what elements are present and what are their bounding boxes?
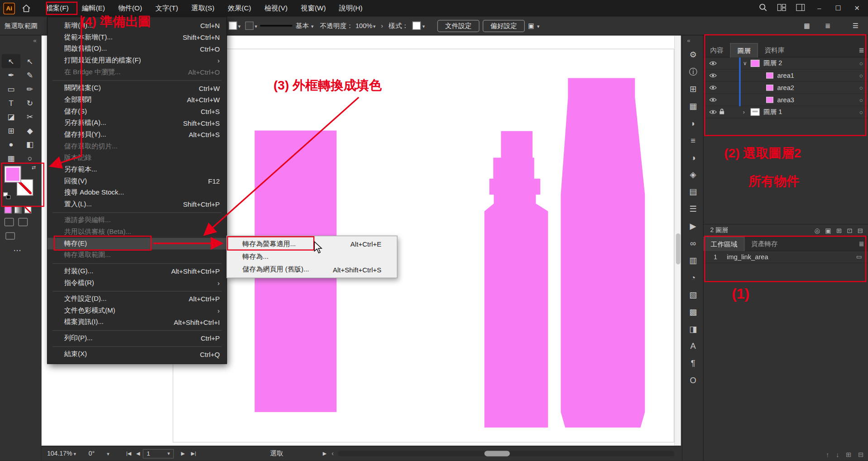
- zoom-level[interactable]: 104.17%: [47, 447, 72, 461]
- move-down-button[interactable]: ↓: [836, 451, 839, 458]
- file-menu-item[interactable]: 另存範本...: [48, 164, 226, 176]
- artboards-panel-icon[interactable]: ▤: [689, 187, 697, 197]
- eraser-tool[interactable]: ◪: [2, 109, 21, 124]
- file-menu-item[interactable]: 文件色彩模式(M)›: [48, 305, 226, 317]
- layer-row[interactable]: area2○: [704, 82, 868, 94]
- stroke-dropdown-icon[interactable]: ▾: [254, 24, 257, 29]
- pen-tool[interactable]: ✒: [2, 68, 21, 82]
- scissors-tool[interactable]: ✂: [20, 109, 39, 124]
- previous-artboard-icon[interactable]: ◀: [136, 447, 140, 461]
- collapse-toolbar-icon[interactable]: «: [33, 37, 36, 44]
- tab-asset-export[interactable]: 資產轉存: [744, 237, 784, 251]
- symbols-panel-icon[interactable]: ▩: [689, 307, 697, 317]
- draw-normal-icon[interactable]: [5, 218, 14, 226]
- file-menu-item[interactable]: 新增(N)...Ctrl+N: [48, 20, 226, 32]
- visibility-eye-icon[interactable]: [709, 96, 719, 104]
- minimize-button[interactable]: –: [815, 5, 824, 12]
- stroke-profile-select[interactable]: 基本: [296, 17, 309, 36]
- file-menu-item[interactable]: 結束(X)Ctrl+Q: [48, 348, 226, 360]
- artboard-number-select[interactable]: 1 ▾: [143, 449, 173, 459]
- file-menu-item[interactable]: 回復(V)F12: [48, 176, 226, 187]
- color-button[interactable]: [5, 206, 12, 214]
- layer-row[interactable]: ›圖層 1○: [704, 106, 868, 119]
- tab-content[interactable]: 內容: [704, 43, 730, 57]
- target-circle-icon[interactable]: ○: [859, 72, 863, 79]
- image-trace-panel-icon[interactable]: ◔: [691, 273, 695, 283]
- artboard-icon[interactable]: ▭: [856, 253, 862, 261]
- vertical-scrollbar[interactable]: [674, 35, 681, 446]
- export-submenu-item[interactable]: 儲存為網頁用 (舊版)...Alt+Shift+Ctrl+S: [227, 263, 397, 276]
- artboards-panel-menu-icon[interactable]: ≣: [858, 240, 864, 247]
- tab-libraries[interactable]: 資料庫: [758, 43, 791, 57]
- file-menu-item[interactable]: 從範本新增(T)...Shift+Ctrl+N: [48, 32, 226, 43]
- file-menu-item[interactable]: 儲存(S)Ctrl+S: [48, 106, 226, 118]
- direct-selection-tool[interactable]: ↖: [20, 54, 39, 68]
- workspace-switcher-icon[interactable]: [796, 4, 805, 13]
- new-sublayer-button[interactable]: ⊞: [836, 227, 842, 234]
- layer-row[interactable]: area3○: [704, 94, 868, 106]
- file-menu-item[interactable]: 全部關閉Alt+Ctrl+W: [48, 94, 226, 106]
- grid-view-icon[interactable]: ▦: [804, 17, 810, 36]
- screen-mode-icon[interactable]: [5, 232, 15, 239]
- info-panel-icon[interactable]: ⓘ: [689, 67, 697, 77]
- export-submenu-item[interactable]: 轉存為螢幕適用...Alt+Ctrl+E: [227, 238, 397, 251]
- file-menu-item[interactable]: 儲存拷貝(Y)...Alt+Ctrl+S: [48, 129, 226, 141]
- target-circle-icon[interactable]: ○: [859, 60, 863, 67]
- transparency-panel-icon[interactable]: ◑: [691, 152, 695, 162]
- artboard-tool[interactable]: ▦: [2, 151, 21, 165]
- swatches-panel-icon[interactable]: ▧: [689, 290, 697, 300]
- links-panel-icon[interactable]: ∞: [690, 238, 696, 248]
- preferences-button[interactable]: 偏好設定: [483, 20, 525, 32]
- character-panel-icon[interactable]: A: [691, 341, 696, 351]
- menubar-item-1[interactable]: 編輯(E): [75, 0, 111, 17]
- symbol-dropdown-icon[interactable]: ▾: [537, 24, 540, 29]
- menubar-item-6[interactable]: 檢視(V): [258, 0, 294, 17]
- paragraph-panel-icon[interactable]: ¶: [691, 358, 695, 368]
- draw-behind-icon[interactable]: [18, 218, 28, 226]
- close-button[interactable]: ✕: [853, 5, 862, 12]
- align-panel-icon[interactable]: ▦: [689, 101, 697, 111]
- menubar-item-3[interactable]: 文字(T): [149, 0, 185, 17]
- symbol-tool-icon[interactable]: ▣: [528, 17, 534, 36]
- fill-dropdown-icon[interactable]: ▾: [238, 24, 241, 29]
- selection-tool[interactable]: ↖: [2, 54, 21, 68]
- pencil-tool[interactable]: ✏: [20, 82, 39, 96]
- more-options-chevron[interactable]: ›: [381, 17, 383, 36]
- menubar-item-8[interactable]: 說明(H): [332, 0, 369, 17]
- vertical-scrollbar-thumb[interactable]: [676, 233, 681, 264]
- tab-layers[interactable]: 圖層: [730, 43, 758, 57]
- file-menu-item[interactable]: 檔案資訊(I)...Alt+Shift+Ctrl+I: [48, 316, 226, 328]
- style-swatch[interactable]: [412, 22, 421, 30]
- file-menu-item[interactable]: 封裝(G)...Alt+Shift+Ctrl+P: [48, 266, 226, 277]
- make-clipping-mask-button[interactable]: ▣: [825, 227, 831, 234]
- file-menu-item[interactable]: 指令檔(R)›: [48, 277, 226, 289]
- menubar-item-7[interactable]: 視窗(W): [294, 0, 333, 17]
- file-menu-item[interactable]: 開啟舊檔(O)...Ctrl+O: [48, 43, 226, 55]
- graphic-styles-panel-icon[interactable]: ◈: [690, 170, 696, 180]
- menubar-item-0[interactable]: 檔案(F): [39, 0, 75, 17]
- search-icon[interactable]: [759, 3, 767, 13]
- last-artboard-icon[interactable]: ▶|: [191, 447, 196, 461]
- chevron-right-icon[interactable]: ›: [743, 109, 751, 115]
- layer-row[interactable]: area1○: [704, 70, 868, 82]
- arrange-documents-icon[interactable]: [777, 4, 786, 13]
- menubar-item-4[interactable]: 選取(S): [185, 0, 221, 17]
- restore-button[interactable]: ☐: [834, 5, 843, 12]
- horizontal-scrollbar-thumb[interactable]: [484, 451, 510, 456]
- target-circle-icon[interactable]: ○: [859, 109, 863, 115]
- stroke-profile-dropdown-icon[interactable]: ▾: [311, 24, 314, 29]
- file-menu-item[interactable]: 文件設定(D)...Alt+Ctrl+P: [48, 293, 226, 305]
- artboard-dropdown-icon[interactable]: ▾: [168, 450, 170, 458]
- visibility-eye-icon[interactable]: [709, 71, 719, 79]
- menubar-item-5[interactable]: 效果(C): [221, 0, 258, 17]
- properties-panel-icon[interactable]: ⚙: [689, 50, 696, 60]
- controlbar-menu-icon[interactable]: ☰: [853, 17, 858, 36]
- stroke-width-preview[interactable]: [260, 25, 293, 27]
- file-menu-item[interactable]: 另存新檔(A)...Shift+Ctrl+S: [48, 117, 226, 129]
- status-play-icon[interactable]: ▶: [323, 447, 326, 461]
- layers-panel-menu-icon[interactable]: ≣: [858, 46, 864, 54]
- move-up-button[interactable]: ↑: [826, 451, 829, 458]
- file-menu-item[interactable]: 列印(P)...Ctrl+P: [48, 333, 226, 344]
- fill-color-swatch[interactable]: [5, 166, 21, 183]
- type-tool[interactable]: T: [2, 96, 21, 110]
